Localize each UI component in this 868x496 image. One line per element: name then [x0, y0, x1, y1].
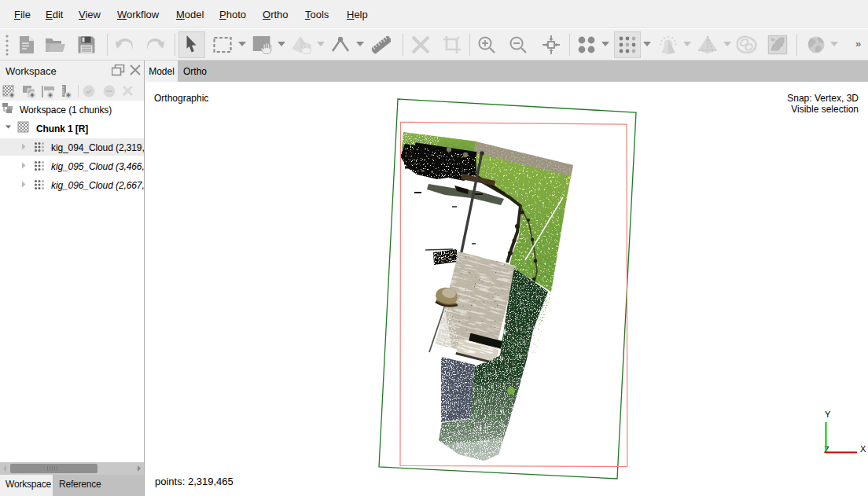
svg-text:Y: Y [825, 410, 831, 419]
svg-text:X: X [860, 444, 866, 454]
